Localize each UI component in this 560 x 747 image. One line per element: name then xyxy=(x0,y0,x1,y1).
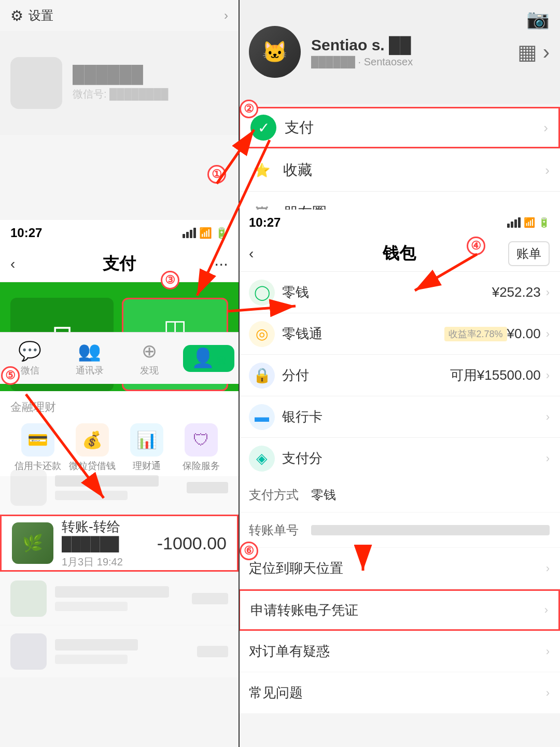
payment-method-label: 支付方式 xyxy=(249,487,311,503)
status-icons-left: 📶 🔋 xyxy=(183,227,228,239)
profile-id: 微信号: ████████ xyxy=(73,87,168,101)
tx-avatar-highlighted: 🌿 xyxy=(12,522,53,564)
back-button-left[interactable]: ‹ xyxy=(10,256,15,272)
wallet-item-lingtong[interactable]: ◎ 零钱通 收益率2.78% ¥0.00 › xyxy=(239,313,560,355)
left-panel: ⚙ 设置 › ██████ 微信号: ████████ 10:27 xyxy=(0,0,239,747)
camera-button[interactable]: 📷 xyxy=(526,8,550,30)
wallet-item-fenfu[interactable]: 🔒 分付 可用¥15500.00 › xyxy=(239,355,560,396)
payment-page-title: 支付 xyxy=(103,253,136,275)
apply-certificate-arrow: › xyxy=(544,603,548,617)
paymentscore-icon: ◈ xyxy=(249,446,275,472)
discover-icon: ⊕ xyxy=(142,340,157,362)
favorites-label: 收藏 xyxy=(283,160,312,180)
action-apply-certificate[interactable]: 申请转账电子凭证 › xyxy=(239,589,560,631)
qr-code-icon[interactable]: ▦ › xyxy=(517,40,550,64)
wallet-title: 钱包 xyxy=(383,242,416,265)
tx-info-blurred-2 xyxy=(55,586,192,611)
tx-date-blurred-3 xyxy=(55,655,128,664)
tx-name-blurred xyxy=(55,475,159,487)
dispute-arrow: › xyxy=(546,645,550,658)
wallet-header: ‹ 钱包 账单 xyxy=(239,236,560,272)
tx-info-blurred xyxy=(55,475,187,500)
fenfu-value: 可用¥15500.00 xyxy=(450,366,541,384)
fenfu-icon: 🔒 xyxy=(249,363,275,389)
transaction-list: 🌿 转账-转给██████ 1月3日 19:42 -1000.00 xyxy=(0,462,239,679)
tx-avatar-blurred-2 xyxy=(10,580,47,617)
action-dispute[interactable]: 对订单有疑惑 › xyxy=(239,631,560,672)
time-display-left: 10:27 xyxy=(10,226,42,240)
annotation-3: ③ xyxy=(161,271,179,289)
tx-avatar-blurred-3 xyxy=(10,633,47,670)
gear-icon: ⚙ xyxy=(10,7,23,24)
bank-icon: ▬ xyxy=(249,404,275,430)
change-icon: ◯ xyxy=(249,280,275,306)
bank-label: 银行卡 xyxy=(282,408,546,426)
annotation-6: ⑥ xyxy=(240,542,258,560)
profile-info: ██████ 微信号: ████████ xyxy=(73,65,168,101)
finance-icon: 📊 xyxy=(130,423,163,457)
menu-item-favorites[interactable]: ⭐ 收藏 › xyxy=(239,149,560,191)
tab-me-label: 我 xyxy=(217,356,226,366)
tx-name-blurred-2 xyxy=(55,586,169,598)
tx-detail-transfer-no: 转账单号 xyxy=(239,513,560,548)
settings-bar[interactable]: ⚙ 设置 › xyxy=(0,0,239,31)
tab-contacts[interactable]: 👥 通讯录 xyxy=(60,340,119,377)
settings-arrow: › xyxy=(224,8,228,23)
left-profile: ██████ 微信号: ████████ xyxy=(0,31,239,135)
annotation-1: ① xyxy=(207,165,226,184)
tab-contacts-label: 通讯录 xyxy=(76,364,104,377)
account-button[interactable]: 账单 xyxy=(508,241,550,266)
menu-item-pay[interactable]: ✓ 支付 › xyxy=(239,107,560,148)
transaction-blurred-3 xyxy=(0,626,239,677)
main-container: ⚙ 设置 › ██████ 微信号: ████████ 10:27 xyxy=(0,0,560,747)
wallet-item-paymentscore[interactable]: ◈ 支付分 › xyxy=(239,438,560,479)
right-avatar: 🐱 xyxy=(249,26,301,78)
change-label: 零钱 xyxy=(282,283,492,301)
right-profile[interactable]: 🐱 Sentiao s. ██ ██████ · Sentaosex ▦ › xyxy=(239,0,560,104)
favorites-icon: ⭐ xyxy=(249,157,275,183)
tx-info-blurred-3 xyxy=(55,639,197,664)
tx-amount-blurred-3 xyxy=(197,646,228,657)
faq-arrow: › xyxy=(546,686,550,700)
transaction-blurred-2 xyxy=(0,573,239,625)
pay-icon: ✓ xyxy=(250,115,276,141)
status-icons-right: 📶 🔋 xyxy=(507,217,550,228)
action-locate[interactable]: 定位到聊天位置 › xyxy=(239,548,560,589)
transfer-no-label: 转账单号 xyxy=(249,522,311,538)
tab-me-active-box: 👤 我 xyxy=(183,345,234,372)
lingtong-arrow: › xyxy=(546,327,550,341)
wallet-item-change[interactable]: ◯ 零钱 ¥252.23 › xyxy=(239,272,560,313)
fenfu-arrow: › xyxy=(546,369,550,382)
tab-bar: 💬 微信 👥 通讯录 ⊕ 发现 👤 我 xyxy=(0,332,239,384)
more-button-left[interactable]: ··· xyxy=(214,254,228,273)
wallet-item-bank[interactable]: ▬ 银行卡 › xyxy=(239,396,560,438)
lingtong-icon: ◎ xyxy=(249,321,275,347)
favorites-arrow: › xyxy=(545,162,550,178)
transaction-highlighted[interactable]: 🌿 转账-转给██████ 1月3日 19:42 -1000.00 xyxy=(0,515,239,572)
pay-label: 支付 xyxy=(285,118,314,137)
dispute-label: 对订单有疑惑 xyxy=(249,642,330,660)
back-button-wallet[interactable]: ‹ xyxy=(249,245,254,262)
tab-discover[interactable]: ⊕ 发现 xyxy=(119,340,179,377)
annotation-5: ⑤ xyxy=(1,366,20,385)
fenfu-label: 分付 xyxy=(282,366,450,384)
lingtong-rate: 收益率2.78% xyxy=(444,327,507,341)
lingtong-label: 零钱通 xyxy=(282,325,440,343)
battery-icon-right: 🔋 xyxy=(538,217,550,228)
transfer-no-value-blurred xyxy=(311,525,550,535)
time-display-right: 10:27 xyxy=(249,215,281,230)
right-profile-sub: ██████ · Sentaosex xyxy=(311,56,413,68)
status-bar-left: 10:27 📶 🔋 xyxy=(0,220,239,246)
right-profile-info: Sentiao s. ██ ██████ · Sentaosex xyxy=(311,36,413,68)
tx-date: 1月3日 19:42 xyxy=(62,555,157,569)
annotation-2: ② xyxy=(240,100,258,118)
credit-card-icon: 💳 xyxy=(21,423,54,457)
wallet-items-list: ◯ 零钱 ¥252.23 › ◎ 零钱通 收益率2.78% ¥0.00 › 🔒 … xyxy=(239,272,560,479)
tx-avatar-blurred xyxy=(10,469,47,506)
tx-amount-blurred-2 xyxy=(192,593,228,604)
tab-me[interactable]: 👤 我 xyxy=(179,345,239,372)
paymentscore-label: 支付分 xyxy=(282,449,546,467)
me-icon: 👤 xyxy=(191,347,215,368)
action-faq[interactable]: 常见问题 › xyxy=(239,672,560,714)
right-panel: 📷 🐱 Sentiao s. ██ ██████ · Sentaosex ▦ ›… xyxy=(239,0,560,747)
